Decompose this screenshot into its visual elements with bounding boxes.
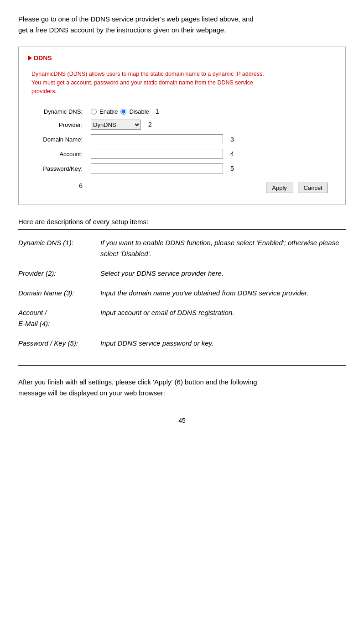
apply-button[interactable]: Apply [266, 183, 293, 193]
provider-cell: DynDNS 2 [87, 117, 336, 132]
password-input[interactable] [91, 163, 223, 173]
button-cell: Apply Cancel [87, 176, 336, 195]
desc-label-text-3: Domain Name (3): [18, 289, 74, 297]
desc-label-text-5: Password / Key (5): [18, 339, 78, 347]
disable-label: Disable [129, 108, 149, 115]
ddns-info-line3: providers. [31, 88, 57, 95]
number4-label: 4 [230, 150, 234, 158]
desc-text-2: Select your DDNS service provider here. [100, 268, 346, 288]
domain-name-row: Domain Name: 3 [28, 132, 336, 147]
dynamic-dns-radio-group: Enable Disable 1 [91, 108, 333, 115]
cancel-button[interactable]: Cancel [298, 183, 328, 193]
dynamic-dns-controls: Enable Disable 1 [87, 105, 336, 117]
account-row: Account: 4 [28, 147, 336, 161]
form-buttons: Apply Cancel [91, 183, 333, 193]
disable-radio[interactable] [120, 109, 126, 115]
ddns-config-box: DDNS DynamicDNS (DDNS) allows users to m… [18, 47, 346, 205]
descriptions-heading: Here are descriptions of every setup ite… [18, 218, 346, 226]
ddns-form-table: Dynamic DNS: Enable Disable 1 Provider: … [28, 105, 336, 195]
desc-item-1: Dynamic DNS (1): If you want to enable D… [18, 237, 346, 268]
desc-label-5: Password / Key (5): [18, 338, 100, 357]
desc-text-5: Input DDNS service password or key. [100, 338, 346, 357]
account-label: Account: [28, 147, 87, 161]
after-line2: message will be displayed on your web br… [18, 389, 165, 397]
descriptions-table: Dynamic DNS (1): If you want to enable D… [18, 237, 346, 357]
desc-text-3: Input the domain name you've obtained fr… [100, 288, 346, 307]
password-cell: 5 [87, 161, 336, 176]
password-label: Password/Key: [28, 161, 87, 176]
bottom-divider [18, 365, 346, 366]
button-row-label-cell: 6 [28, 176, 87, 195]
desc-label-3: Domain Name (3): [18, 288, 100, 307]
desc-text-1: If you want to enable DDNS function, ple… [100, 237, 346, 268]
desc-text-4: Input account or email of DDNS registrat… [100, 307, 346, 338]
desc-item-2: Provider (2): Select your DDNS service p… [18, 268, 346, 288]
after-line1: After you finish with all settings, plea… [18, 378, 257, 386]
desc-label-text-1: Dynamic DNS (1): [18, 239, 73, 247]
desc-item-5: Password / Key (5): Input DDNS service p… [18, 338, 346, 357]
ddns-info-line1: DynamicDNS (DDNS) allows users to map th… [31, 71, 264, 77]
intro-line2: get a free DDNS account by the instructi… [18, 26, 226, 34]
desc-label-text-2: Provider (2): [18, 269, 56, 277]
number6-label: 6 [35, 182, 83, 189]
top-divider [18, 229, 346, 230]
desc-label-4: Account / E-Mail (4): [18, 307, 100, 338]
dynamic-dns-row: Dynamic DNS: Enable Disable 1 [28, 105, 336, 117]
enable-radio[interactable] [91, 109, 97, 115]
after-paragraph: After you finish with all settings, plea… [18, 377, 346, 399]
descriptions-section: Here are descriptions of every setup ite… [18, 218, 346, 366]
ddns-info-text: DynamicDNS (DDNS) allows users to map th… [28, 67, 336, 98]
desc-item-4: Account / E-Mail (4): Input account or e… [18, 307, 346, 338]
ddns-title-arrow-icon [28, 55, 32, 61]
number3-label: 3 [230, 136, 234, 143]
provider-row: Provider: DynDNS 2 [28, 117, 336, 132]
number5-label: 5 [230, 165, 234, 172]
intro-line1: Please go to one of the DDNS service pro… [18, 15, 254, 23]
number2-label: 2 [148, 121, 152, 128]
ddns-box-title: DDNS [28, 54, 336, 62]
domain-name-input[interactable] [91, 134, 223, 144]
domain-name-label: Domain Name: [28, 132, 87, 147]
ddns-title-text: DDNS [34, 54, 52, 62]
provider-select[interactable]: DynDNS [91, 120, 141, 130]
desc-label-text-4a: Account / [18, 309, 47, 316]
desc-label-text-4b: E-Mail (4): [18, 320, 50, 327]
account-input[interactable] [91, 149, 223, 159]
desc-item-3: Domain Name (3): Input the domain name y… [18, 288, 346, 307]
ddns-info-line2: You must get a account, password and you… [31, 79, 253, 86]
page-number: 45 [178, 417, 186, 424]
account-cell: 4 [87, 147, 336, 161]
enable-label: Enable [99, 108, 118, 115]
password-row: Password/Key: 5 [28, 161, 336, 176]
number1-label: 1 [156, 108, 159, 115]
provider-label: Provider: [28, 117, 87, 132]
intro-paragraph: Please go to one of the DDNS service pro… [18, 14, 346, 36]
desc-label-1: Dynamic DNS (1): [18, 237, 100, 268]
dynamic-dns-label: Dynamic DNS: [28, 105, 87, 117]
button-row-tr: 6 Apply Cancel [28, 176, 336, 195]
desc-label-2: Provider (2): [18, 268, 100, 288]
page-footer: 45 [18, 417, 346, 424]
domain-name-cell: 3 [87, 132, 336, 147]
